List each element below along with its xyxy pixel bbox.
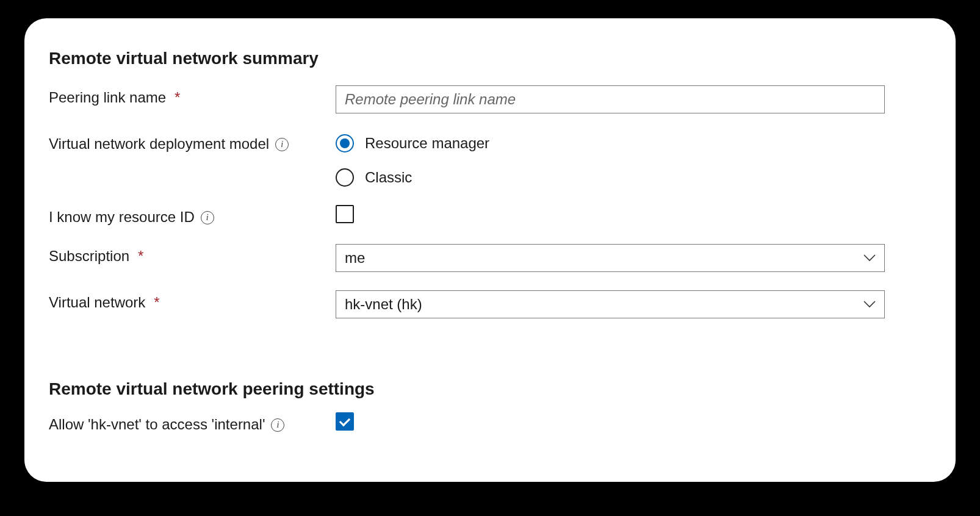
radio-circle (336, 168, 354, 187)
resource-id-row: I know my resource ID i (49, 205, 931, 226)
radio-resource-manager-label: Resource manager (365, 135, 489, 152)
virtual-network-label-text: Virtual network (49, 294, 145, 311)
deployment-model-label: Virtual network deployment model i (49, 132, 336, 152)
virtual-network-label: Virtual network * (49, 290, 336, 311)
radio-resource-manager[interactable]: Resource manager (336, 134, 885, 152)
radio-classic-label: Classic (365, 169, 412, 186)
peering-link-label-text: Peering link name (49, 89, 166, 106)
peering-link-name-input[interactable] (336, 85, 885, 113)
deployment-model-label-text: Virtual network deployment model (49, 135, 269, 152)
radio-circle-selected (336, 134, 354, 152)
deployment-model-row: Virtual network deployment model i Resou… (49, 132, 931, 187)
virtual-network-row: Virtual network * hk-vnet (hk) (49, 290, 931, 318)
know-resource-id-checkbox[interactable] (336, 205, 354, 223)
subscription-row: Subscription * me (49, 244, 931, 272)
subscription-label-text: Subscription (49, 248, 129, 265)
deployment-model-radio-group: Resource manager Classic (336, 132, 885, 187)
subscription-label: Subscription * (49, 244, 336, 265)
info-icon[interactable]: i (271, 418, 284, 432)
allow-access-row: Allow 'hk-vnet' to access 'internal' i (49, 412, 931, 433)
virtual-network-value: hk-vnet (hk) (345, 296, 422, 313)
allow-access-label: Allow 'hk-vnet' to access 'internal' i (49, 412, 317, 433)
resource-id-label-text: I know my resource ID (49, 209, 195, 226)
allow-access-label-text: Allow 'hk-vnet' to access 'internal' (49, 416, 265, 433)
chevron-down-icon (863, 301, 876, 308)
settings-section-title: Remote virtual network peering settings (49, 379, 931, 399)
required-mark: * (154, 294, 159, 311)
chevron-down-icon (863, 254, 876, 262)
subscription-dropdown[interactable]: me (336, 244, 885, 272)
info-icon[interactable]: i (275, 138, 289, 151)
remote-vnet-panel: Remote virtual network summary Peering l… (24, 18, 956, 482)
radio-dot (340, 138, 350, 148)
peering-link-row: Peering link name * (49, 85, 931, 113)
subscription-value: me (345, 249, 365, 267)
required-mark: * (138, 248, 143, 265)
info-icon[interactable]: i (201, 211, 214, 224)
virtual-network-dropdown[interactable]: hk-vnet (hk) (336, 290, 885, 318)
resource-id-label: I know my resource ID i (49, 205, 336, 226)
peering-link-label: Peering link name * (49, 85, 336, 106)
allow-access-checkbox[interactable] (336, 412, 354, 431)
checkmark-icon (339, 415, 350, 426)
required-mark: * (175, 89, 180, 106)
summary-section-title: Remote virtual network summary (49, 49, 931, 68)
radio-classic[interactable]: Classic (336, 168, 885, 187)
